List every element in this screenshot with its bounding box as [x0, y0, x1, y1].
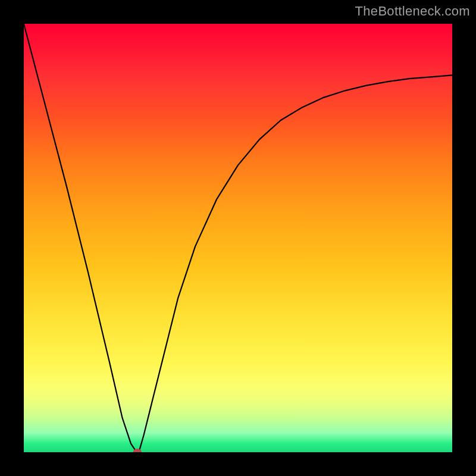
chart-frame: TheBottleneck.com [0, 0, 476, 476]
watermark-text: TheBottleneck.com [355, 4, 470, 19]
curve-svg [24, 24, 452, 452]
plot-area [24, 24, 452, 452]
bottleneck-curve [24, 24, 452, 452]
